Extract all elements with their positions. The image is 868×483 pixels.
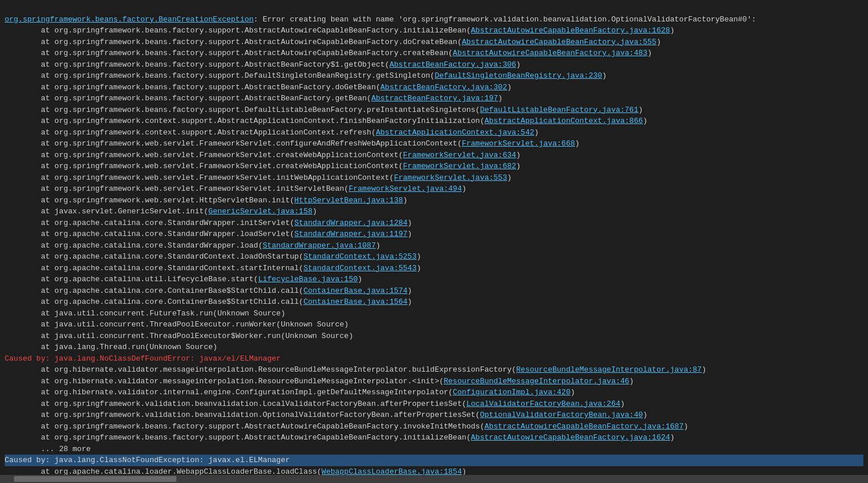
stack-link[interactable]: HttpServletBean.java:138	[294, 196, 403, 205]
console-line-29: at java.util.concurrent.ThreadPoolExecut…	[5, 331, 863, 342]
stack-link[interactable]: AbstractBeanFactory.java:302	[381, 83, 507, 92]
stack-link[interactable]: ContainerBase.java:1564	[303, 297, 407, 306]
console-line-30: at java.lang.Thread.run(Unknown Source)	[5, 342, 863, 353]
console-line-7: at org.springframework.beans.factory.sup…	[5, 82, 863, 93]
console-line-16: at org.springframework.web.servlet.Frame…	[5, 183, 863, 195]
console-line-20: at org.apache.catalina.core.StandardWrap…	[5, 228, 863, 240]
stack-link[interactable]: FrameworkServlet.java:682	[403, 162, 516, 170]
stack-link[interactable]: LocalValidatorFactoryBean.java:264	[466, 400, 620, 408]
stack-link[interactable]: StandardContext.java:5543	[303, 264, 417, 273]
console-line-12: at org.springframework.web.servlet.Frame…	[5, 138, 863, 150]
console-line-40: Caused by: java.lang.ClassNotFoundExcept…	[5, 455, 863, 466]
stack-link[interactable]: FrameworkServlet.java:494	[349, 184, 462, 193]
console-line-17: at org.springframework.web.servlet.HttpS…	[5, 195, 863, 206]
console-line-35: at org.springframework.validation.beanva…	[5, 398, 863, 410]
console-line-33: at org.hibernate.validator.messageinterp…	[5, 376, 863, 387]
stack-link[interactable]: DefaultSingletonBeanRegistry.java:230	[435, 71, 602, 80]
console-line-34: at org.hibernate.validator.internal.engi…	[5, 387, 863, 398]
stack-link[interactable]: AbstractApplicationContext.java:542	[376, 128, 534, 137]
stack-link[interactable]: FrameworkServlet.java:634	[403, 151, 516, 159]
console-line-38: at org.springframework.beans.factory.sup…	[5, 432, 863, 444]
stack-link[interactable]: AbstractAutowireCapableBeanFactory.java:…	[484, 422, 683, 431]
stack-link[interactable]: StandardWrapper.java:1284	[294, 219, 407, 227]
stack-link[interactable]: FrameworkServlet.java:668	[462, 139, 575, 148]
console-line-39: ... 28 more	[5, 444, 863, 455]
stack-link[interactable]: ContainerBase.java:1574	[303, 286, 407, 295]
stack-link[interactable]: FrameworkServlet.java:553	[394, 173, 507, 182]
console-line-22: at org.apache.catalina.core.StandardCont…	[5, 251, 863, 263]
stack-link[interactable]: AbstractBeanFactory.java:197	[371, 94, 498, 103]
stack-link[interactable]: ConfigurationImpl.java:420	[453, 388, 570, 397]
stack-link[interactable]: GenericServlet.java:158	[208, 207, 312, 216]
console-line-31: Caused by: java.lang.NoClassDefFoundErro…	[5, 353, 863, 365]
console-output: org.springframework.beans.factory.BeanCr…	[0, 0, 868, 483]
exception-link[interactable]: org.springframework.beans.factory.BeanCr…	[5, 15, 254, 24]
console-line-18: at javax.servlet.GenericServlet.init(Gen…	[5, 206, 863, 217]
console-line-6: at org.springframework.beans.factory.sup…	[5, 70, 863, 82]
console-line-9: at org.springframework.beans.factory.sup…	[5, 104, 863, 116]
stack-link[interactable]: OptionalValidatorFactoryBean.java:40	[480, 411, 643, 419]
stack-link[interactable]: AbstractAutowireCapableBeanFactory.java:…	[453, 49, 647, 57]
console-line-14: at org.springframework.web.servlet.Frame…	[5, 161, 863, 172]
console-line-37: at org.springframework.beans.factory.sup…	[5, 421, 863, 433]
console-line-21: at org.apache.catalina.core.StandardWrap…	[5, 240, 863, 252]
console-line-32: at org.hibernate.validator.messageinterp…	[5, 364, 863, 376]
console-line-26: at org.apache.catalina.core.ContainerBas…	[5, 296, 863, 308]
console-line-11: at org.springframework.context.support.A…	[5, 127, 863, 139]
stack-link[interactable]: AbstractAutowireCapableBeanFactory.java:…	[462, 38, 656, 46]
console-line-13: at org.springframework.web.servlet.Frame…	[5, 150, 863, 161]
console-line-25: at org.apache.catalina.core.ContainerBas…	[5, 285, 863, 297]
console-line-23: at org.apache.catalina.core.StandardCont…	[5, 263, 863, 274]
highlighted-exception: Caused by: java.lang.ClassNotFoundExcept…	[5, 455, 863, 466]
console-line-5: at org.springframework.beans.factory.sup…	[5, 59, 863, 71]
console-line-3: at org.springframework.beans.factory.sup…	[5, 37, 863, 48]
console-line-1: org.springframework.beans.factory.BeanCr…	[5, 14, 863, 26]
scrollbar-track[interactable]	[2, 476, 866, 482]
console-line-24: at org.apache.catalina.util.LifecycleBas…	[5, 274, 863, 285]
stack-link[interactable]: ResourceBundleMessageInterpolator.java:4…	[444, 377, 630, 386]
stack-link[interactable]: ResourceBundleMessageInterpolator.java:8…	[516, 365, 702, 374]
console-line-28: at java.util.concurrent.ThreadPoolExecut…	[5, 319, 863, 331]
stack-link[interactable]: AbstractAutowireCapableBeanFactory.java:…	[471, 433, 670, 442]
console-line-15: at org.springframework.web.servlet.Frame…	[5, 172, 863, 184]
stack-link[interactable]: AbstractApplicationContext.java:866	[484, 117, 643, 125]
console-line-2: at org.springframework.beans.factory.sup…	[5, 25, 863, 37]
stack-link[interactable]: StandardContext.java:5253	[303, 252, 417, 261]
console-line-10: at org.springframework.context.support.A…	[5, 115, 863, 127]
stack-link[interactable]: AbstractAutowireCapableBeanFactory.java:…	[471, 26, 670, 35]
console-line-19: at org.apache.catalina.core.StandardWrap…	[5, 217, 863, 229]
console-line-8: at org.springframework.beans.factory.sup…	[5, 93, 863, 104]
stack-link[interactable]: LifecycleBase.java:150	[258, 275, 358, 284]
stack-link[interactable]: AbstractBeanFactory.java:306	[389, 60, 516, 69]
scrollbar-thumb[interactable]	[14, 476, 176, 482]
console-line-4: at org.springframework.beans.factory.sup…	[5, 48, 863, 59]
console-line-36: at org.springframework.validation.beanva…	[5, 409, 863, 421]
console-line-27: at java.util.concurrent.FutureTask.run(U…	[5, 308, 863, 319]
stack-link[interactable]: StandardWrapper.java:1197	[294, 230, 407, 238]
stack-link[interactable]: DefaultListableBeanFactory.java:761	[480, 106, 638, 114]
stack-link[interactable]: StandardWrapper.java:1087	[263, 241, 376, 250]
horizontal-scrollbar[interactable]	[0, 475, 868, 483]
